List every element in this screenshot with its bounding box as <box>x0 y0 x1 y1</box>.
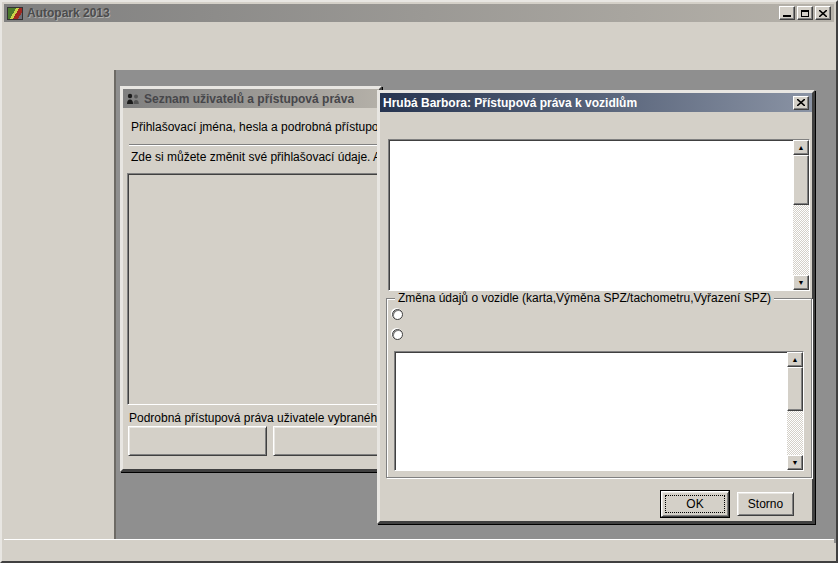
radio-icon <box>392 329 403 340</box>
users-table <box>127 173 379 405</box>
maximize-button[interactable] <box>797 6 813 20</box>
users-intro-2: Zde si můžete změnit své přihlašovací úd… <box>131 150 379 164</box>
users-dialog: Seznam uživatelů a přístupová práva Přih… <box>120 86 382 472</box>
operations-list: ▲ ▼ <box>388 139 810 291</box>
operations-scrollbar[interactable]: ▲ ▼ <box>793 140 809 290</box>
radio-icon <box>392 309 403 320</box>
toolbar <box>4 42 834 70</box>
scroll-up-icon[interactable]: ▲ <box>787 352 803 367</box>
rights-dialog: Hrubá Barbora: Přístupová práva k vozidl… <box>377 90 815 524</box>
main-titlebar: Autopark 2013 <box>4 4 834 22</box>
scroll-up-icon[interactable]: ▲ <box>793 140 809 155</box>
window-title: Autopark 2013 <box>27 6 110 20</box>
vehicle-rights-button[interactable] <box>273 426 379 456</box>
users-icon <box>126 93 140 105</box>
users-dialog-titlebar: Seznam uživatelů a přístupová práva <box>123 89 379 108</box>
users-dialog-title: Seznam uživatelů a přístupová práva <box>144 92 354 106</box>
divider <box>129 144 379 146</box>
app-icon <box>7 7 23 20</box>
rights-dialog-title: Hrubá Barbora: Přístupová práva k vozidl… <box>383 96 637 110</box>
menu-bar <box>4 23 834 42</box>
general-rights-button[interactable] <box>128 426 267 456</box>
minimize-button[interactable] <box>779 6 795 20</box>
sidebar <box>4 70 116 543</box>
scrollbar-thumb[interactable] <box>793 155 809 205</box>
rights-close-button[interactable] <box>793 96 809 110</box>
users-intro-1: Přihlašovací jména, hesla a podrobná pří… <box>131 120 379 134</box>
vehicles-list: ▲ ▼ <box>394 351 804 471</box>
storno-button[interactable]: Storno <box>737 492 794 516</box>
status-bar <box>4 539 834 559</box>
groupbox-label: Změna údajů o vozidle (karta,Výměna SPZ/… <box>395 291 774 305</box>
radio-all-vehicles[interactable] <box>392 309 409 320</box>
scrollbar-thumb[interactable] <box>787 367 803 411</box>
rights-dialog-titlebar: Hrubá Barbora: Přístupová práva k vozidl… <box>380 93 812 112</box>
mdi-area: Seznam uživatelů a přístupová práva Přih… <box>4 70 838 543</box>
ok-button[interactable]: OK <box>661 491 729 517</box>
radio-selected-vehicles[interactable] <box>392 329 409 340</box>
vehicles-scrollbar[interactable]: ▲ ▼ <box>787 352 803 470</box>
users-footer-label: Podrobná přístupová práva uživatele vybr… <box>129 411 379 425</box>
close-button[interactable] <box>815 6 831 20</box>
app-window: Autopark 2013 Seznam uživatelů a přístup… <box>0 0 838 563</box>
scroll-down-icon[interactable]: ▼ <box>793 275 809 290</box>
scroll-down-icon[interactable]: ▼ <box>787 455 803 470</box>
